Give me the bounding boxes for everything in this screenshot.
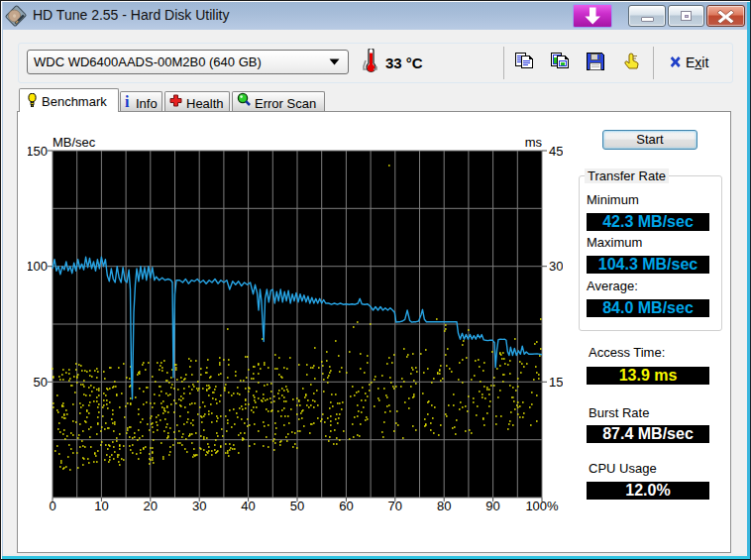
svg-text:30: 30 (192, 499, 206, 513)
svg-text:60: 60 (339, 499, 353, 513)
svg-text:15: 15 (549, 375, 563, 390)
svg-text:100%: 100% (525, 499, 559, 513)
svg-text:45: 45 (549, 144, 563, 159)
svg-text:70: 70 (388, 499, 402, 513)
svg-text:100: 100 (28, 259, 48, 274)
svg-text:ms: ms (525, 135, 543, 150)
svg-text:90: 90 (485, 499, 499, 513)
svg-text:MB/sec: MB/sec (53, 135, 96, 150)
svg-text:10: 10 (94, 499, 108, 513)
svg-text:80: 80 (437, 499, 451, 513)
svg-text:150: 150 (28, 144, 48, 159)
svg-text:40: 40 (241, 499, 255, 513)
svg-text:50: 50 (290, 499, 304, 513)
svg-text:0: 0 (49, 499, 55, 513)
svg-text:20: 20 (144, 499, 158, 513)
svg-text:30: 30 (549, 259, 563, 274)
svg-text:50: 50 (34, 375, 48, 390)
